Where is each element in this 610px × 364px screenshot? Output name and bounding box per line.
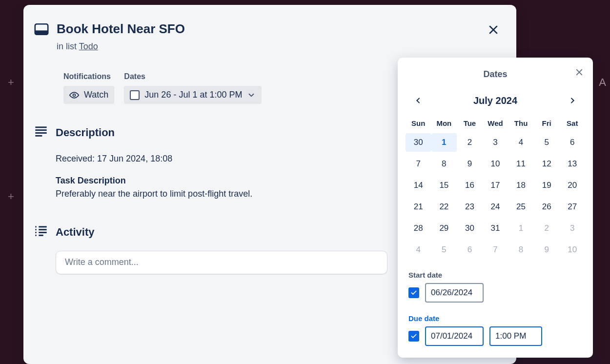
calendar-day[interactable]: 10	[559, 241, 585, 259]
calendar-day[interactable]: 4	[406, 241, 431, 259]
calendar-day[interactable]: 20	[559, 176, 585, 195]
dow-header: Fri	[534, 116, 560, 130]
due-time-input[interactable]	[489, 326, 542, 346]
calendar-day[interactable]: 29	[431, 219, 457, 238]
description-body: Preferably near the airport to limit pos…	[56, 189, 252, 199]
card-icon	[34, 23, 49, 35]
calendar-day[interactable]: 5	[534, 133, 560, 152]
check-icon	[410, 289, 417, 296]
due-date-label: Due date	[408, 314, 582, 323]
in-list-prefix: in list	[57, 41, 79, 51]
description-heading: Description	[56, 126, 115, 139]
calendar-day[interactable]: 3	[559, 219, 585, 238]
popover-title: Dates	[483, 69, 507, 80]
calendar-day[interactable]: 8	[508, 241, 534, 259]
bg-letter: A	[599, 76, 606, 89]
calendar-day[interactable]: 30	[406, 133, 431, 152]
dow-header: Sun	[406, 116, 431, 130]
popover-close-button[interactable]	[573, 66, 585, 78]
due-date-input[interactable]	[425, 326, 484, 346]
dow-header: Thu	[508, 116, 534, 130]
calendar-day[interactable]: 1	[508, 219, 534, 238]
complete-checkbox[interactable]	[130, 90, 140, 100]
calendar-day[interactable]: 4	[508, 133, 534, 152]
bg-plus-icon: +	[8, 76, 14, 89]
chevron-left-icon	[414, 97, 422, 104]
start-date-checkbox[interactable]	[408, 287, 419, 298]
calendar-day[interactable]: 2	[457, 133, 483, 152]
prev-month-button[interactable]	[410, 93, 426, 108]
calendar-day[interactable]: 28	[406, 219, 431, 238]
calendar-day[interactable]: 15	[431, 176, 457, 195]
card-title[interactable]: Book Hotel Near SFO	[57, 21, 185, 37]
start-date-input[interactable]	[425, 283, 484, 303]
description-icon	[34, 125, 48, 137]
calendar-day[interactable]: 6	[559, 133, 585, 152]
calendar-day[interactable]: 6	[457, 241, 483, 259]
calendar-grid: SunMonTueWedThuFriSat3012345678910111213…	[406, 116, 585, 259]
calendar-day[interactable]: 30	[457, 219, 483, 238]
watch-button[interactable]: Watch	[63, 86, 114, 104]
check-icon	[410, 333, 417, 340]
calendar-day[interactable]: 7	[406, 155, 431, 173]
dow-header: Tue	[457, 116, 483, 130]
calendar-day[interactable]: 12	[534, 155, 560, 173]
calendar-day[interactable]: 5	[431, 241, 457, 259]
calendar-day[interactable]: 19	[534, 176, 560, 195]
notifications-label: Notifications	[63, 72, 114, 81]
dow-header: Sat	[559, 116, 585, 130]
calendar-day[interactable]: 31	[483, 219, 508, 238]
dates-label: Dates	[124, 72, 262, 81]
calendar-day[interactable]: 18	[508, 176, 534, 195]
list-location: in list Todo	[57, 41, 506, 52]
calendar-day[interactable]: 27	[559, 198, 585, 216]
calendar-day[interactable]: 16	[457, 176, 483, 195]
activity-icon	[34, 225, 48, 237]
chevron-down-icon	[247, 91, 256, 100]
month-label: July 2024	[473, 95, 517, 106]
comment-input[interactable]: Write a comment...	[56, 251, 387, 274]
calendar-day[interactable]: 22	[431, 198, 457, 216]
close-icon	[488, 24, 499, 36]
dow-header: Mon	[431, 116, 457, 130]
date-summary: Jun 26 - Jul 1 at 1:00 PM	[144, 90, 242, 100]
calendar-day[interactable]: 9	[534, 241, 560, 259]
calendar-day[interactable]: 26	[534, 198, 560, 216]
close-icon	[575, 68, 584, 77]
calendar-day[interactable]: 1	[431, 133, 457, 152]
next-month-button[interactable]	[565, 93, 580, 108]
calendar-day[interactable]: 10	[483, 155, 508, 173]
bg-plus-icon: +	[8, 190, 14, 203]
watch-label: Watch	[84, 90, 108, 100]
calendar-day[interactable]: 3	[483, 133, 508, 152]
calendar-day[interactable]: 21	[406, 198, 431, 216]
svg-rect-1	[35, 30, 48, 34]
dates-chip[interactable]: Jun 26 - Jul 1 at 1:00 PM	[124, 86, 262, 104]
description-received: Received: 17 Jun 2024, 18:08	[56, 154, 172, 163]
calendar-day[interactable]: 24	[483, 198, 508, 216]
due-date-checkbox[interactable]	[408, 331, 419, 342]
activity-heading: Activity	[56, 226, 94, 239]
calendar-day[interactable]: 2	[534, 219, 560, 238]
calendar-day[interactable]: 13	[559, 155, 585, 173]
start-date-label: Start date	[408, 271, 582, 279]
calendar-day[interactable]: 17	[483, 176, 508, 195]
eye-icon	[69, 90, 79, 100]
chevron-right-icon	[569, 97, 576, 104]
calendar-day[interactable]: 8	[431, 155, 457, 173]
calendar-day[interactable]: 14	[406, 176, 431, 195]
calendar-day[interactable]: 11	[508, 155, 534, 173]
svg-point-2	[73, 94, 76, 96]
calendar-day[interactable]: 7	[483, 241, 508, 259]
list-link[interactable]: Todo	[79, 41, 98, 51]
dow-header: Wed	[483, 116, 508, 130]
calendar-day[interactable]: 23	[457, 198, 483, 216]
close-button[interactable]	[485, 21, 502, 38]
calendar-day[interactable]: 9	[457, 155, 483, 173]
calendar-day[interactable]: 25	[508, 198, 534, 216]
dates-popover: Dates July 2024 SunMonTueWedThuFriSat301…	[398, 58, 593, 358]
